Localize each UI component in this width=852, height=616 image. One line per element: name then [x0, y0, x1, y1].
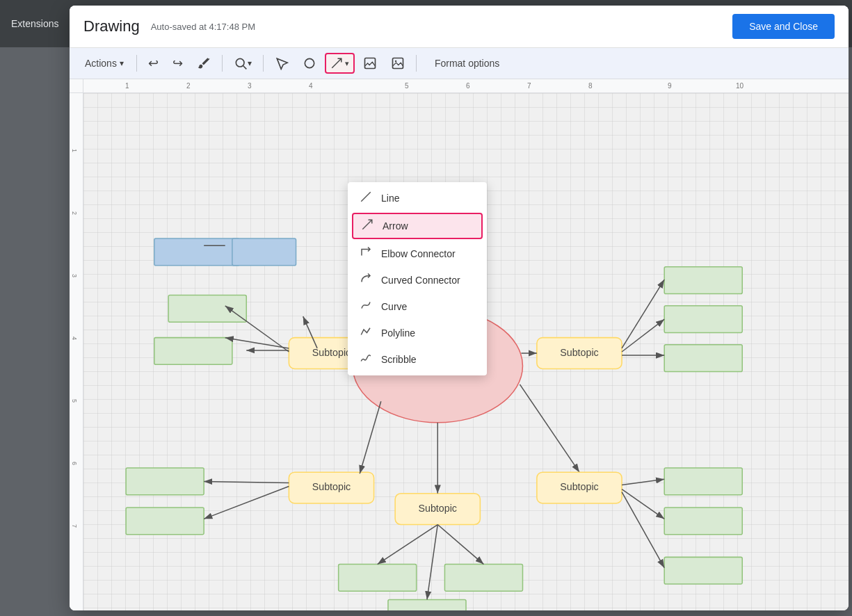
green-rect-right2[interactable] [664, 306, 742, 333]
curve-icon [359, 299, 373, 314]
ruler-tick-7: 7 [527, 82, 531, 90]
arrow-sub3-child1 [378, 525, 438, 565]
ruler-tick-10: 10 [736, 82, 744, 90]
drawing-dialog: Drawing Auto-saved at 4:17:48 PM Save an… [70, 6, 849, 610]
green-rect-right4[interactable] [664, 468, 742, 495]
arrow-sub3-child2 [437, 525, 483, 565]
ruler-corner [70, 79, 83, 93]
line-tool-chevron: ▾ [345, 59, 349, 68]
scribble-icon [359, 352, 373, 367]
paint-format-button[interactable] [191, 53, 216, 74]
curved-connector-label: Curved Connector [381, 275, 460, 286]
svg-point-0 [236, 58, 244, 67]
ruler-tick-2: 2 [186, 82, 191, 90]
line-icon [359, 191, 373, 206]
line-tool-dropdown: Line Arrow Elbow Connector Curved Connec… [348, 182, 487, 375]
ruler-vtick-4: 4 [71, 337, 78, 340]
ruler-tick-1: 1 [125, 82, 129, 90]
dropdown-curve-item[interactable]: Curve [348, 293, 487, 320]
scribble-label: Scribble [381, 354, 417, 365]
subtopic1-label: Subtopic [312, 347, 351, 358]
image-edit-button[interactable] [357, 53, 383, 74]
subtopic4-label: Subtopic [312, 481, 351, 492]
arrow-sub2-right1 [622, 279, 664, 348]
green-rect-left1[interactable] [154, 338, 232, 365]
toolbar-separator-3 [263, 55, 264, 72]
arrow-sub4-left1 [204, 481, 289, 483]
polyline-icon [359, 325, 373, 341]
ruler-top: 1 2 3 4 5 6 7 8 9 10 [83, 79, 849, 93]
green-rect-bottom2[interactable] [444, 565, 522, 592]
green-rect-right3[interactable] [664, 345, 742, 372]
green-rect-left3[interactable] [126, 468, 204, 495]
ruler-tick-9: 9 [668, 82, 672, 90]
dropdown-polyline-item[interactable]: Polyline [348, 320, 487, 346]
ruler-tick-3: 3 [248, 82, 252, 90]
dropdown-curved-connector-item[interactable]: Curved Connector [348, 267, 487, 293]
dialog-header: Drawing Auto-saved at 4:17:48 PM Save an… [70, 6, 849, 48]
dropdown-elbow-item[interactable]: Elbow Connector [348, 241, 487, 267]
arrow-icon [360, 218, 374, 234]
ruler-vtick-1: 1 [71, 149, 78, 152]
ruler-left: 1 2 3 4 5 6 7 [70, 93, 83, 610]
ruler-tick-8: 8 [588, 82, 593, 90]
save-close-button[interactable]: Save and Close [732, 14, 835, 39]
shape-button[interactable] [297, 53, 322, 74]
dropdown-arrow-item[interactable]: Arrow [352, 213, 483, 239]
arrow-sub1-left3 [225, 306, 289, 352]
green-rect-bottom3[interactable] [388, 599, 466, 610]
arrow-label: Arrow [383, 220, 408, 232]
extensions-label[interactable]: Extensions [11, 18, 58, 29]
blue-rect-topleft1[interactable] [154, 238, 239, 266]
toolbar: Actions ▾ ↩ ↪ ▾ ▾ [70, 48, 849, 79]
subtopic2-label: Subtopic [560, 347, 598, 358]
toolbar-separator-2 [222, 55, 223, 72]
arrow-sub5-right3 [622, 492, 664, 568]
ruler-vtick-5: 5 [71, 399, 78, 403]
arrow-sub1-left2 [225, 338, 289, 348]
elbow-connector-icon [359, 246, 373, 261]
green-rect-left2[interactable] [168, 295, 246, 323]
toolbar-separator-4 [416, 55, 417, 72]
canvas-area[interactable]: 1 2 3 4 5 6 7 8 9 10 1 2 3 4 5 6 7 [70, 79, 849, 610]
svg-line-3 [332, 58, 341, 68]
green-rect-right5[interactable] [664, 508, 742, 535]
line-label: Line [381, 193, 399, 204]
green-rect-right1[interactable] [664, 267, 742, 294]
line-tool-button[interactable]: ▾ [325, 53, 355, 74]
redo-button[interactable]: ↪ [167, 52, 188, 74]
ruler-tick-4: 4 [309, 82, 313, 90]
dropdown-scribble-item[interactable]: Scribble [348, 346, 487, 373]
polyline-label: Polyline [381, 327, 415, 339]
blue-rect-topleft2[interactable] [232, 238, 296, 266]
undo-button[interactable]: ↩ [143, 52, 164, 74]
image-button[interactable] [385, 53, 410, 74]
svg-line-10 [361, 192, 371, 202]
green-rect-right6[interactable] [664, 557, 742, 584]
ruler-vtick-3: 3 [71, 274, 78, 277]
elbow-connector-label: Elbow Connector [381, 248, 456, 259]
arrow-sub3-child3 [427, 525, 437, 600]
select-button[interactable] [269, 53, 294, 74]
dialog-title: Drawing [83, 17, 140, 35]
green-rect-bottom1[interactable] [339, 565, 417, 592]
zoom-chevron: ▾ [248, 58, 252, 68]
arrow-to-subtopic4 [360, 401, 381, 473]
ruler-tick-5: 5 [405, 82, 409, 90]
svg-line-11 [362, 220, 372, 229]
zoom-button[interactable]: ▾ [228, 53, 257, 74]
arrow-sub2-right2 [622, 319, 664, 352]
svg-point-6 [395, 60, 397, 63]
dropdown-line-item[interactable]: Line [348, 185, 487, 211]
green-rect-left4[interactable] [126, 508, 204, 535]
subtopic3-label: Subtopic [419, 503, 457, 514]
curved-connector-icon [359, 273, 373, 288]
actions-button[interactable]: Actions ▾ [78, 54, 131, 72]
subtopic5-label: Subtopic [560, 481, 598, 492]
toolbar-separator-1 [136, 55, 137, 72]
arrow-sub4-left2 [204, 487, 289, 519]
svg-line-1 [243, 66, 247, 70]
actions-chevron-icon: ▾ [120, 58, 124, 68]
format-options-button[interactable]: Format options [428, 54, 506, 72]
actions-label: Actions [85, 58, 117, 69]
